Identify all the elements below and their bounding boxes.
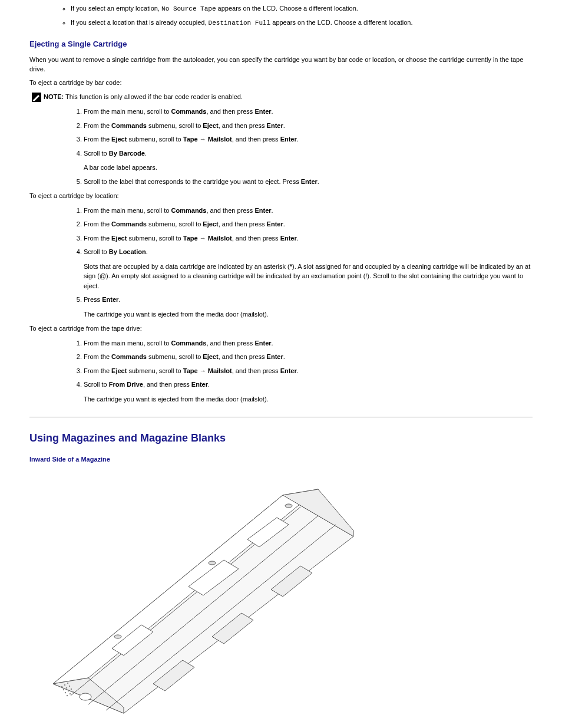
list-item: Scroll to From Drive, and then press Ent…: [84, 380, 533, 404]
paragraph: To eject a cartridge by location:: [29, 191, 533, 201]
svg-point-14: [66, 687, 67, 688]
section-heading-ejecting: Ejecting a Single Cartridge: [29, 38, 533, 50]
list-item: From the main menu, scroll to Commands, …: [84, 107, 533, 117]
paragraph: To eject a cartridge from the tape drive…: [29, 324, 533, 334]
note-text: NOTE: This function is only allowed if t…: [44, 92, 243, 102]
note-block: NOTE: This function is only allowed if t…: [32, 92, 533, 102]
svg-point-12: [67, 682, 68, 683]
steps-from-drive: From the main menu, scroll to Commands, …: [29, 338, 533, 404]
document-body: If you select an empty location, No Sour…: [29, 4, 533, 719]
svg-point-27: [209, 561, 216, 565]
list-item: From the Eject submenu, scroll to Tape →…: [84, 366, 533, 376]
steps-barcode: From the main menu, scroll to Commands, …: [29, 107, 533, 186]
list-item: Scroll to By Barcode. A bar code label a…: [84, 149, 533, 173]
magazine-diagram: [35, 472, 533, 719]
svg-point-11: [64, 684, 65, 685]
text: If you select an empty location,: [71, 5, 161, 12]
svg-rect-2: [33, 100, 35, 101]
svg-line-8: [88, 516, 318, 704]
code-text: Destination Full: [209, 19, 271, 27]
text: If you select a location that is already…: [71, 19, 209, 26]
svg-point-15: [69, 685, 70, 686]
figure-caption: Inward Side of a Magazine: [29, 454, 533, 465]
steps-location: From the main menu, scroll to Commands, …: [29, 206, 533, 319]
paragraph: To eject a cartridge by bar code:: [29, 78, 533, 88]
svg-point-26: [114, 635, 121, 638]
text: This function is only allowed if the bar…: [64, 93, 243, 100]
svg-point-19: [67, 694, 68, 696]
svg-point-28: [285, 504, 292, 508]
list-item: From the Eject submenu, scroll to Tape →…: [84, 233, 533, 243]
note-icon: [32, 93, 41, 102]
list-item: From the Commands submenu, scroll to Eje…: [84, 121, 533, 131]
list-item: From the main menu, scroll to Commands, …: [84, 338, 533, 348]
list-item: From the Commands submenu, scroll to Eje…: [84, 219, 533, 229]
svg-point-22: [80, 693, 91, 700]
code-text: No Source Tape: [161, 5, 216, 12]
list-item: From the Eject submenu, scroll to Tape →…: [84, 134, 533, 144]
section-heading-magazines: Using Magazines and Magazine Blanks: [29, 430, 533, 446]
step-after-text: The cartridge you want is ejected from t…: [84, 394, 533, 404]
step-after-text: The cartridge you want is ejected from t…: [84, 309, 533, 319]
list-item: From the Commands submenu, scroll to Eje…: [84, 352, 533, 362]
bullet-item: If you select an empty location, No Sour…: [71, 4, 533, 14]
svg-marker-3: [53, 495, 353, 713]
svg-point-17: [68, 690, 69, 691]
svg-point-16: [65, 691, 66, 693]
svg-point-13: [63, 689, 64, 690]
note-label: NOTE:: [44, 93, 64, 100]
step-after-text: Slots that are occupied by a data cartri…: [84, 262, 533, 291]
svg-point-10: [61, 686, 62, 687]
sub-bullet-list: If you select an empty location, No Sour…: [29, 4, 533, 28]
section-divider: [29, 417, 533, 417]
svg-point-20: [70, 693, 71, 694]
list-item: From the main menu, scroll to Commands, …: [84, 206, 533, 216]
svg-point-18: [71, 688, 72, 689]
list-item: Scroll to the label that corresponds to …: [84, 177, 533, 187]
step-after-text: A bar code label appears.: [84, 163, 533, 173]
text: appears on the LCD. Choose a different l…: [216, 5, 358, 12]
paragraph: When you want to remove a single cartrid…: [29, 55, 533, 74]
text: appears on the LCD. Choose a different l…: [270, 19, 412, 26]
bullet-item: If you select a location that is already…: [71, 18, 533, 28]
list-item: Press Enter. The cartridge you want is e…: [84, 295, 533, 319]
list-item: Scroll to By Location. Slots that are oc…: [84, 247, 533, 291]
svg-point-21: [72, 691, 74, 692]
